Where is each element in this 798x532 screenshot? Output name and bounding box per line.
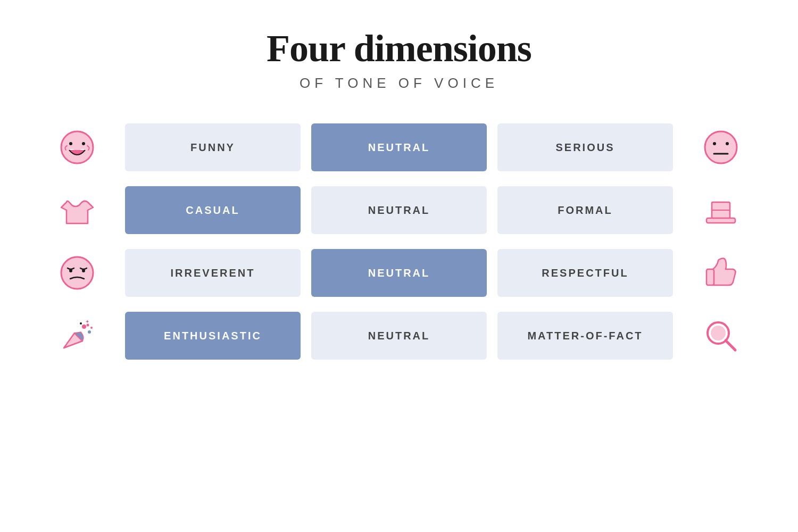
laugh-icon xyxy=(53,123,101,171)
svg-point-5 xyxy=(726,142,729,145)
row-funny-serious: FUNNY NEUTRAL SERIOUS xyxy=(53,123,745,171)
dimensions-grid: FUNNY NEUTRAL SERIOUS xyxy=(53,123,745,360)
cells-row-3: IRREVERENT NEUTRAL RESPECTFUL xyxy=(112,249,686,297)
svg-point-3 xyxy=(705,131,737,163)
tophat-icon xyxy=(697,186,745,234)
cells-row-2: CASUAL NEUTRAL FORMAL xyxy=(112,186,686,234)
svg-point-1 xyxy=(69,142,72,145)
svg-rect-13 xyxy=(706,269,714,285)
tshirt-icon xyxy=(53,186,101,234)
cell-enthusiastic[interactable]: ENTHUSIASTIC xyxy=(125,312,301,360)
page-header: Four dimensions OF TONE OF VOICE xyxy=(267,27,531,92)
thumbsup-icon xyxy=(697,249,745,297)
cell-neutral-4[interactable]: NEUTRAL xyxy=(311,312,487,360)
cell-formal[interactable]: FORMAL xyxy=(497,186,673,234)
cell-neutral-3[interactable]: NEUTRAL xyxy=(311,249,487,297)
svg-point-18 xyxy=(90,327,93,329)
cell-respectful[interactable]: RESPECTFUL xyxy=(497,249,673,297)
svg-point-11 xyxy=(69,269,72,272)
row-irreverent-respectful: IRREVERENT NEUTRAL RESPECTFUL xyxy=(53,249,745,297)
cells-row-4: ENTHUSIASTIC NEUTRAL MATTER-OF-FACT xyxy=(112,312,686,360)
cell-funny[interactable]: FUNNY xyxy=(125,123,301,171)
cell-neutral-1[interactable]: NEUTRAL xyxy=(311,123,487,171)
cell-matter-of-fact[interactable]: MATTER-OF-FACT xyxy=(497,312,673,360)
svg-point-15 xyxy=(88,330,91,334)
cells-row-1: FUNNY NEUTRAL SERIOUS xyxy=(112,123,686,171)
row-casual-formal: CASUAL NEUTRAL FORMAL xyxy=(53,186,745,234)
cell-serious[interactable]: SERIOUS xyxy=(497,123,673,171)
svg-point-14 xyxy=(82,325,86,329)
svg-point-4 xyxy=(713,142,716,145)
svg-rect-8 xyxy=(706,218,735,223)
magnify-icon xyxy=(697,312,745,360)
svg-point-0 xyxy=(61,131,93,163)
svg-point-2 xyxy=(82,142,85,145)
svg-point-10 xyxy=(61,257,93,289)
subtitle: OF TONE OF VOICE xyxy=(267,75,531,92)
svg-point-17 xyxy=(80,322,82,325)
angry-icon xyxy=(53,249,101,297)
svg-point-22 xyxy=(711,326,726,340)
cell-irreverent[interactable]: IRREVERENT xyxy=(125,249,301,297)
party-icon: ✦ xyxy=(53,312,101,360)
cell-casual[interactable]: CASUAL xyxy=(125,186,301,234)
main-title: Four dimensions xyxy=(267,27,531,71)
svg-point-12 xyxy=(82,269,85,272)
svg-line-21 xyxy=(726,340,735,350)
neutral-face-icon xyxy=(697,123,745,171)
svg-text:✦: ✦ xyxy=(85,319,89,325)
cell-neutral-2[interactable]: NEUTRAL xyxy=(311,186,487,234)
row-enthusiastic-mof: ✦ ENTHUSIASTIC NEUTRAL MATTER-OF-FACT xyxy=(53,312,745,360)
